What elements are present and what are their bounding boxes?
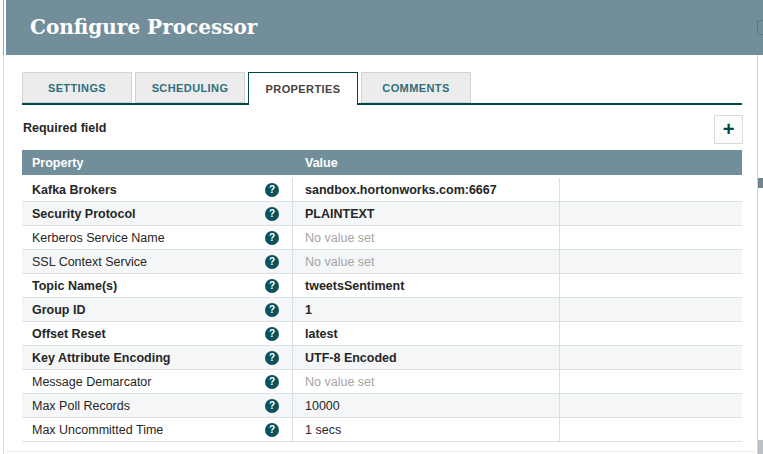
add-property-button[interactable]: +	[714, 115, 743, 144]
tab-label: COMMENTS	[382, 82, 449, 94]
property-value[interactable]: 10000	[293, 394, 560, 417]
property-name: Offset Reset	[32, 327, 106, 341]
help-icon[interactable]: ?	[265, 327, 279, 341]
property-value[interactable]: PLAINTEXT	[293, 202, 560, 225]
empty-cell	[560, 202, 742, 225]
property-cell: Message Demarcator?	[22, 370, 293, 393]
property-cell: Max Poll Records?	[22, 394, 293, 417]
property-name: Max Uncommitted Time	[32, 423, 163, 437]
dialog-title: Configure Processor	[6, 0, 763, 55]
help-icon[interactable]: ?	[265, 183, 279, 197]
property-cell: Kerberos Service Name?	[22, 226, 293, 249]
property-value[interactable]: 1	[293, 298, 560, 321]
tab-label: SETTINGS	[48, 82, 106, 94]
scrollbar-bottom-fragment	[758, 440, 763, 454]
property-cell: Key Attribute Encoding?	[22, 346, 293, 369]
property-cell: Topic Name(s)?	[22, 274, 293, 297]
tab-properties[interactable]: PROPERTIES	[248, 72, 358, 105]
empty-cell	[560, 346, 742, 369]
property-cell: Group ID?	[22, 298, 293, 321]
dialog-header: Configure Processor	[6, 0, 763, 55]
help-icon[interactable]: ?	[265, 399, 279, 413]
property-cell: Max Uncommitted Time?	[22, 418, 293, 441]
help-icon[interactable]: ?	[265, 351, 279, 365]
tab-bar: SETTINGSSCHEDULINGPROPERTIESCOMMENTS	[22, 72, 742, 105]
table-row[interactable]: Kerberos Service Name?No value set	[22, 226, 742, 250]
property-name: Topic Name(s)	[32, 279, 117, 293]
property-cell: SSL Context Service?	[22, 250, 293, 273]
property-cell: Offset Reset?	[22, 322, 293, 345]
configure-processor-dialog: Configure Processor SETTINGSSCHEDULINGPR…	[0, 0, 763, 454]
table-row[interactable]: Max Poll Records?10000	[22, 394, 742, 418]
empty-cell	[560, 226, 742, 249]
help-icon[interactable]: ?	[265, 303, 279, 317]
help-icon[interactable]: ?	[265, 207, 279, 221]
property-name: Kerberos Service Name	[32, 231, 165, 245]
property-name: Message Demarcator	[32, 375, 152, 389]
table-row[interactable]: Offset Reset?latest	[22, 322, 742, 346]
table-header-row: Property Value	[22, 150, 742, 175]
property-name: Kafka Brokers	[32, 183, 117, 197]
column-header-value: Value	[293, 156, 560, 170]
bottom-divider	[6, 451, 755, 452]
property-value[interactable]: UTF-8 Encoded	[293, 346, 560, 369]
property-cell: Kafka Brokers?	[22, 178, 293, 201]
empty-cell	[560, 370, 742, 393]
empty-cell	[560, 394, 742, 417]
help-icon[interactable]: ?	[265, 255, 279, 269]
empty-cell	[560, 274, 742, 297]
tab-label: SCHEDULING	[152, 82, 229, 94]
table-row[interactable]: Kafka Brokers?sandbox.hortonworks.com:66…	[22, 178, 742, 202]
property-name: Max Poll Records	[32, 399, 130, 413]
scrollbar-thumb[interactable]	[758, 178, 763, 188]
column-header-property: Property	[22, 156, 293, 170]
property-name: Group ID	[32, 303, 85, 317]
property-value[interactable]: 1 secs	[293, 418, 560, 441]
property-name: SSL Context Service	[32, 255, 147, 269]
property-cell: Security Protocol?	[22, 202, 293, 225]
help-icon[interactable]: ?	[265, 423, 279, 437]
property-name: Key Attribute Encoding	[32, 351, 170, 365]
empty-cell	[560, 418, 742, 441]
table-row[interactable]: Message Demarcator?No value set	[22, 370, 742, 394]
tab-label: PROPERTIES	[266, 83, 341, 95]
scrollbar-fragment-icon	[757, 20, 763, 35]
plus-icon: +	[723, 119, 735, 139]
property-name: Security Protocol	[32, 207, 136, 221]
property-value[interactable]: sandbox.hortonworks.com:6667	[293, 178, 560, 201]
table-row[interactable]: SSL Context Service?No value set	[22, 250, 742, 274]
scrollbar-track[interactable]	[757, 55, 758, 454]
tab-settings[interactable]: SETTINGS	[22, 72, 132, 103]
tab-scheduling[interactable]: SCHEDULING	[135, 72, 245, 103]
empty-cell	[560, 178, 742, 201]
empty-cell	[560, 298, 742, 321]
table-row[interactable]: Max Uncommitted Time?1 secs	[22, 418, 742, 442]
property-value[interactable]: latest	[293, 322, 560, 345]
help-icon[interactable]: ?	[265, 231, 279, 245]
page-edge-line-top	[3, 0, 4, 55]
table-row[interactable]: Group ID?1	[22, 298, 742, 322]
table-row[interactable]: Security Protocol?PLAINTEXT	[22, 202, 742, 226]
empty-cell	[560, 250, 742, 273]
properties-table: Property Value Kafka Brokers?sandbox.hor…	[22, 150, 742, 442]
required-field-label: Required field	[23, 121, 106, 135]
help-icon[interactable]: ?	[265, 375, 279, 389]
table-row[interactable]: Key Attribute Encoding?UTF-8 Encoded	[22, 346, 742, 370]
help-icon[interactable]: ?	[265, 279, 279, 293]
table-body: Kafka Brokers?sandbox.hortonworks.com:66…	[22, 178, 742, 442]
tab-comments[interactable]: COMMENTS	[361, 72, 471, 103]
property-value[interactable]: No value set	[293, 370, 560, 393]
empty-cell	[560, 322, 742, 345]
property-value[interactable]: tweetsSentiment	[293, 274, 560, 297]
page-edge-line	[3, 0, 4, 454]
property-value[interactable]: No value set	[293, 226, 560, 249]
property-value[interactable]: No value set	[293, 250, 560, 273]
table-row[interactable]: Topic Name(s)?tweetsSentiment	[22, 274, 742, 298]
